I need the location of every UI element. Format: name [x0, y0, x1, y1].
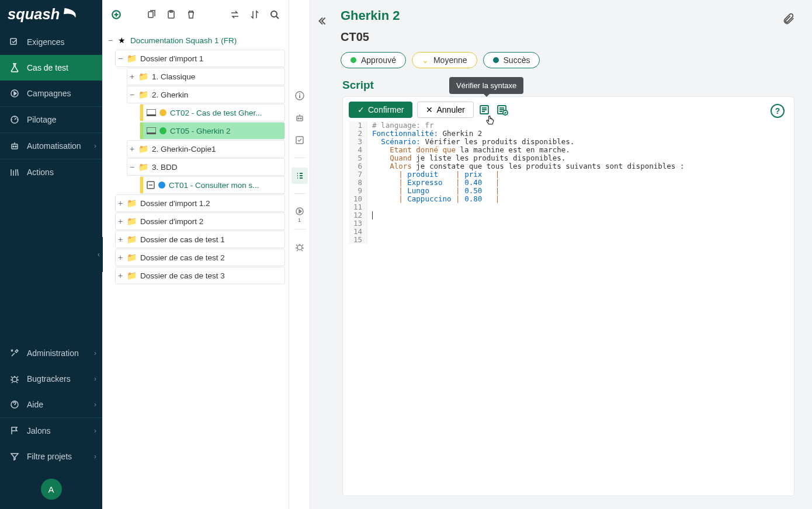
svg-point-5	[13, 146, 14, 147]
tree-folder[interactable]: +📁2. Gherkin-Copie1	[127, 140, 285, 158]
folder-icon: 📁	[126, 253, 137, 262]
nav-jalons[interactable]: Jalons›	[0, 418, 102, 444]
flask-icon	[9, 62, 20, 73]
collapse-icon[interactable]: −	[127, 90, 137, 99]
sort-button[interactable]	[247, 6, 263, 23]
nav-label: Pilotage	[27, 115, 57, 124]
expand-icon[interactable]: +	[116, 198, 125, 208]
cancel-button[interactable]: ✕Annuler	[417, 102, 473, 118]
expand-icon[interactable]: +	[127, 144, 137, 154]
tree-label: 1. Classique	[152, 72, 195, 81]
logo[interactable]: squash	[0, 0, 102, 29]
chevron-right-icon: ›	[94, 375, 96, 383]
tree-testcase-ct01[interactable]: CT01 - Consulter mon s...	[140, 176, 285, 194]
svg-point-25	[300, 118, 301, 119]
chip-approved[interactable]: Approuvé	[341, 52, 406, 68]
nav-pilotage[interactable]: Pilotage	[0, 107, 102, 133]
code-body[interactable]: # language: frFonctionnalité: Gherkin 2 …	[367, 121, 684, 244]
nav-exigences[interactable]: Exigences	[0, 29, 102, 55]
collapse-icon[interactable]: −	[127, 162, 137, 172]
tree-label: 2. Gherkin-Copie1	[152, 145, 216, 154]
tree-folder[interactable]: +📁Dossier d'import 2	[115, 212, 285, 230]
tree-label: 2. Gherkin	[152, 90, 188, 99]
help-button[interactable]: ?	[771, 104, 785, 118]
folder-icon: 📁	[126, 54, 137, 63]
nav-aide[interactable]: Aide›	[0, 392, 102, 417]
expand-icon[interactable]: +	[116, 253, 125, 262]
nav-bugtrackers[interactable]: Bugtrackers›	[0, 366, 102, 392]
svg-point-28	[297, 245, 302, 250]
folder-icon: 📁	[126, 235, 137, 244]
nav-cas-de-test[interactable]: Cas de test	[0, 55, 102, 81]
nav-administration[interactable]: Administration›	[0, 340, 102, 366]
delete-button[interactable]	[183, 6, 199, 23]
confirm-button[interactable]: ✓Confirmer	[349, 102, 412, 118]
tree-label: 3. BDD	[152, 163, 178, 172]
tab-robot[interactable]	[292, 110, 308, 126]
folder-icon: 📁	[138, 144, 148, 154]
svg-rect-22	[299, 95, 300, 98]
expand-icon[interactable]: +	[116, 271, 125, 280]
check-icon: ✓	[358, 105, 365, 114]
star-icon: ★	[116, 36, 127, 45]
code-editor[interactable]: 123456789101112131415 # language: frFonc…	[349, 121, 788, 244]
tab-issues[interactable]	[292, 239, 308, 255]
nav-label: Administration	[27, 348, 79, 358]
status-chips: Approuvé ⌄Moyenne Succès	[341, 52, 798, 68]
expand-icon[interactable]: +	[116, 235, 125, 244]
dot-icon	[351, 57, 356, 63]
arrow-down-icon: ⌄	[422, 55, 429, 65]
avatar[interactable]: A	[41, 479, 62, 500]
tree-label: Dossier d'import 2	[140, 217, 203, 226]
tab-info[interactable]	[292, 88, 308, 104]
tab-executions[interactable]: 1	[292, 203, 308, 219]
back-button[interactable]	[313, 12, 331, 30]
cursor-pointer-icon	[484, 114, 496, 128]
attachment-button[interactable]	[779, 9, 798, 28]
tree-folder[interactable]: +📁Dossier de cas de test 3	[115, 267, 285, 284]
nav-automatisation[interactable]: Automatisation›	[0, 133, 102, 159]
tree-folder[interactable]: +📁1. Classique	[127, 68, 285, 85]
tree-label: Documentation Squash 1 (FR)	[130, 36, 237, 45]
verify-syntax-button[interactable]	[496, 103, 509, 116]
nav-campagnes[interactable]: Campagnes	[0, 81, 102, 106]
tree-project[interactable]: −★Documentation Squash 1 (FR)	[106, 32, 285, 49]
copy-button[interactable]	[143, 6, 159, 23]
tree-folder[interactable]: +📁Dossier de cas de test 2	[115, 249, 285, 266]
collapse-icon[interactable]: −	[116, 54, 125, 63]
swap-button[interactable]	[227, 6, 243, 23]
collapse-icon[interactable]: −	[106, 36, 115, 45]
checkbox-icon	[9, 37, 20, 47]
collapse-sidebar[interactable]: ‹	[95, 237, 103, 272]
tree-folder[interactable]: −📁Dossier d'import 1	[115, 50, 285, 67]
search-button[interactable]	[266, 6, 283, 23]
section-title: Script	[342, 79, 794, 92]
nav-filtre-projets[interactable]: Filtre projets›	[0, 444, 102, 469]
tree-folder[interactable]: −📁2. Gherkin	[127, 86, 285, 103]
chip-priority[interactable]: ⌄Moyenne	[412, 52, 477, 68]
tree-folder[interactable]: −📁3. BDD	[127, 158, 285, 176]
editor-card: Vérifier la syntaxe ✓Confirmer ✕Annuler …	[342, 96, 794, 496]
tree-folder[interactable]: +📁Dossier de cas de test 1	[115, 231, 285, 248]
svg-text:squash: squash	[8, 6, 60, 22]
status-stripe	[140, 104, 143, 121]
tree-testcase-ct05[interactable]: CT05 - Gherkin 2	[140, 122, 285, 140]
library-icon	[9, 167, 20, 177]
add-button[interactable]	[108, 6, 124, 23]
tree-testcase-ct02[interactable]: CT02 - Cas de test Gher...	[140, 104, 285, 121]
chip-success[interactable]: Succès	[483, 52, 540, 68]
avatar-wrap: A	[0, 469, 102, 509]
tab-script[interactable]	[292, 168, 308, 184]
expand-icon[interactable]: +	[116, 217, 125, 226]
tab-check[interactable]	[292, 132, 308, 148]
detail-header: Gherkin 2 CT05 Approuvé ⌄Moyenne Succès	[310, 0, 812, 73]
tree-folder[interactable]: +📁Dossier d'import 1.2	[115, 194, 285, 212]
testcase-icon	[147, 127, 156, 134]
folder-icon: 📁	[126, 271, 137, 280]
nav-label: Aide	[27, 400, 43, 409]
expand-icon[interactable]: +	[127, 72, 137, 81]
paste-button[interactable]	[163, 6, 179, 23]
nav-actions[interactable]: Actions	[0, 159, 102, 185]
tree-panel: −★Documentation Squash 1 (FR) −📁Dossier …	[102, 0, 289, 509]
vertical-tabs: 1	[289, 0, 310, 509]
